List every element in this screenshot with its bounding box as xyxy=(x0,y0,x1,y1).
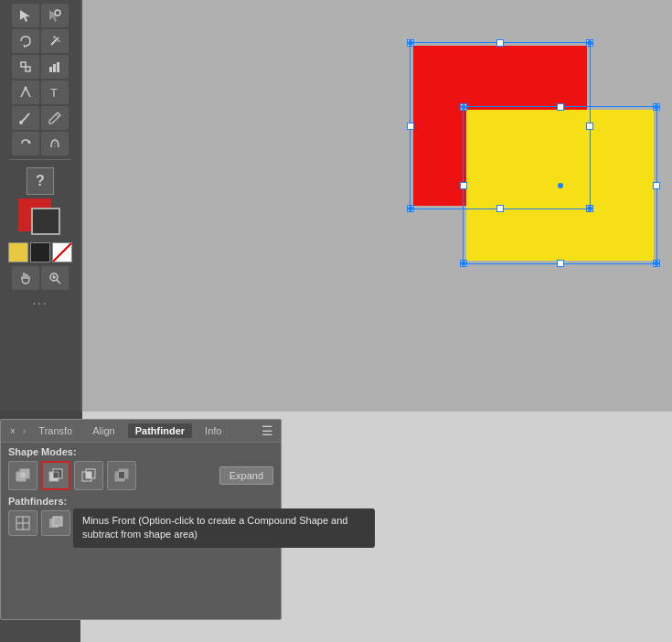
exclude-overlap-button[interactable] xyxy=(107,461,136,490)
pen-tool[interactable] xyxy=(12,80,39,104)
trim-button[interactable] xyxy=(41,510,70,536)
svg-rect-8 xyxy=(26,67,30,71)
tab-pathfinder[interactable]: Pathfinder xyxy=(128,423,192,438)
svg-marker-0 xyxy=(20,10,30,22)
shape-tools-row xyxy=(2,106,79,130)
handle-mb-yellow xyxy=(557,260,564,267)
svg-rect-42 xyxy=(119,519,124,526)
add-to-shape-button[interactable] xyxy=(8,461,37,490)
lasso-tool[interactable] xyxy=(12,29,39,53)
shape-preview-display xyxy=(16,197,64,237)
shape-modes-label: Shape Modes: xyxy=(1,443,281,459)
pathfinders-row xyxy=(1,508,281,538)
subtract-from-front-button[interactable] xyxy=(41,461,70,490)
fill-swatch[interactable] xyxy=(8,242,28,262)
more-tools-button[interactable]: ··· xyxy=(32,295,48,310)
panel-close-button[interactable]: × xyxy=(8,426,17,435)
shape-modes-row: Expand xyxy=(1,459,281,492)
rotate-tools-row xyxy=(2,132,79,155)
hand-tool[interactable] xyxy=(12,266,39,290)
svg-point-2 xyxy=(55,10,60,16)
panel-menu-icon[interactable]: ☰ xyxy=(261,423,273,438)
tab-align[interactable]: Align xyxy=(85,423,122,438)
anchor-bl-red xyxy=(408,206,413,211)
anchor-tr-red xyxy=(587,40,592,46)
handle-bl-red xyxy=(407,205,414,212)
lasso-tools-row xyxy=(2,29,79,53)
expand-button[interactable]: Expand xyxy=(219,466,273,485)
svg-rect-46 xyxy=(181,519,190,528)
mirror-tool[interactable] xyxy=(41,132,69,155)
pathfinders-label: Pathfinders: xyxy=(1,492,281,508)
h-separator xyxy=(0,412,82,419)
active-tool-display: ? xyxy=(16,167,64,237)
svg-rect-34 xyxy=(119,472,124,478)
svg-point-14 xyxy=(19,121,23,124)
shape-front xyxy=(31,208,60,235)
canvas-area xyxy=(82,0,672,412)
left-toolbar: T xyxy=(0,0,80,412)
svg-rect-23 xyxy=(20,469,29,478)
anchor-bl-yellow xyxy=(461,261,466,266)
selection-tools-row xyxy=(2,4,79,27)
pathfinder-panel: × › Transfo Align Pathfinder Info ☰ Shap… xyxy=(0,419,282,620)
svg-rect-9 xyxy=(49,67,52,72)
divide-button[interactable] xyxy=(8,510,37,536)
anchor-br-yellow xyxy=(654,261,659,266)
svg-point-12 xyxy=(25,87,27,90)
handle-br-yellow xyxy=(653,260,660,267)
svg-rect-39 xyxy=(53,517,62,526)
crop-tool[interactable] xyxy=(12,55,39,79)
merge-button[interactable] xyxy=(74,510,103,536)
crop-tools-row xyxy=(2,55,79,79)
tab-info[interactable]: Info xyxy=(197,423,229,438)
selection-tool[interactable] xyxy=(12,4,39,27)
handle-tr-yellow xyxy=(653,103,660,111)
paintbrush-tool[interactable] xyxy=(12,106,39,130)
question-mark-tool[interactable]: ? xyxy=(27,167,54,195)
svg-rect-31 xyxy=(86,472,91,478)
pen-tools-row: T xyxy=(2,80,79,104)
zoom-tool[interactable] xyxy=(41,266,69,290)
none-swatch[interactable] xyxy=(52,242,72,262)
svg-line-3 xyxy=(51,37,59,45)
svg-rect-11 xyxy=(57,62,59,72)
canvas-shapes xyxy=(82,0,672,412)
svg-line-19 xyxy=(57,280,60,284)
svg-rect-10 xyxy=(53,64,56,72)
intersect-shape-button[interactable] xyxy=(74,461,103,490)
panel-header: × › Transfo Align Pathfinder Info ☰ xyxy=(1,420,281,443)
handle-bl-yellow xyxy=(460,260,467,267)
svg-line-15 xyxy=(56,114,59,117)
view-tools-row xyxy=(12,266,69,290)
crop-pathfinder-button[interactable] xyxy=(107,510,136,536)
chart-tool[interactable] xyxy=(41,55,69,79)
direct-selection-tool[interactable] xyxy=(41,4,69,27)
panel-expand-icon: › xyxy=(23,426,26,436)
yellow-rectangle[interactable] xyxy=(466,110,654,261)
svg-rect-27 xyxy=(53,469,62,478)
magic-wand-tool[interactable] xyxy=(41,29,69,53)
toolbar-separator-1 xyxy=(9,159,70,160)
pencil-tool[interactable] xyxy=(41,106,69,130)
handle-tr-red xyxy=(586,39,593,47)
anchor-tr-yellow xyxy=(654,104,659,110)
stroke-swatch[interactable] xyxy=(30,242,50,262)
handle-mr-yellow xyxy=(653,182,660,189)
minus-back-button[interactable] xyxy=(173,510,202,536)
type-tool[interactable]: T xyxy=(41,80,69,104)
svg-text:T: T xyxy=(50,86,58,100)
tab-transform[interactable]: Transfo xyxy=(31,423,80,438)
color-swatches xyxy=(8,242,72,262)
rotate-tool[interactable] xyxy=(12,132,39,155)
outline-button[interactable] xyxy=(140,510,169,536)
